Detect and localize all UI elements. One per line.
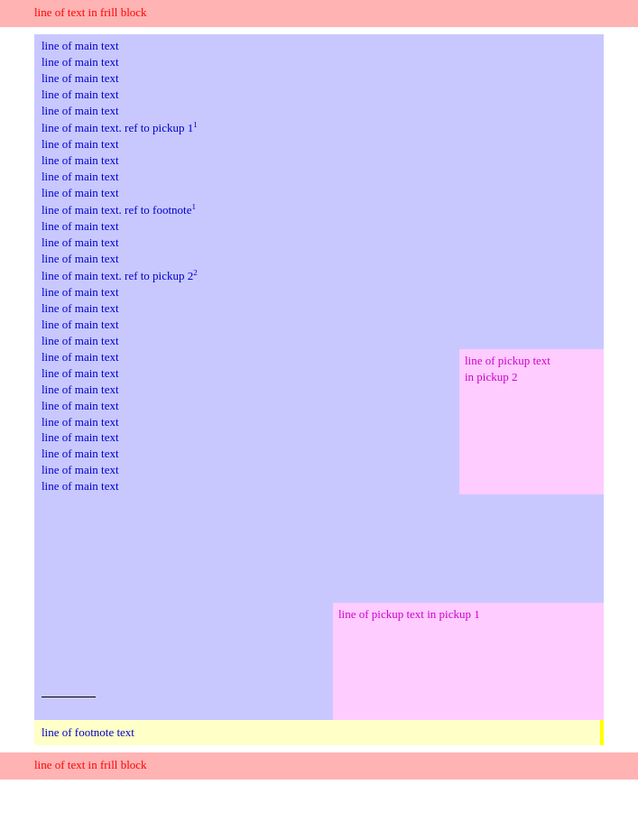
pickup2-ref-sup: 2: [193, 268, 198, 277]
footnote-separator-container: [42, 697, 326, 697]
main-line-24: line of main text: [42, 414, 452, 430]
main-text-block-lower: [34, 494, 604, 603]
main-text-bottom-left: [34, 603, 333, 720]
page: line of text in frill block line of main…: [0, 0, 638, 780]
main-line-27: line of main text: [42, 462, 452, 478]
main-text-block-upper: line of main text line of main text line…: [34, 34, 604, 349]
main-line-7: line of main text: [42, 136, 596, 152]
main-line-8: line of main text: [42, 152, 596, 169]
main-line-16: line of main text: [42, 284, 596, 300]
main-line-11: line of main text. ref to footnote1: [42, 201, 596, 218]
pickup1-block: line of pickup text in pickup 1: [333, 603, 604, 720]
main-line-19: line of main text: [42, 333, 596, 349]
main-line-4: line of main text: [42, 87, 596, 103]
main-line-26: line of main text: [42, 446, 452, 462]
main-text-mid-left: line of main text line of main text line…: [34, 349, 459, 494]
main-line-20: line of main text: [42, 349, 452, 365]
main-line-1: line of main text: [42, 38, 596, 54]
pickup2-line2: in pickup 2: [465, 369, 598, 385]
pickup2-block: line of pickup text in pickup 2: [459, 349, 604, 494]
footnote-ref-sup: 1: [191, 202, 196, 211]
main-line-2: line of main text: [42, 54, 596, 70]
main-line-13: line of main text: [42, 235, 596, 251]
main-line-23: line of main text: [42, 398, 452, 414]
frill-block-bottom: line of text in frill block: [0, 752, 638, 780]
pickup1-ref-sup: 1: [193, 120, 198, 129]
main-line-22: line of main text: [42, 382, 452, 398]
footnote-yellow-bar: [600, 720, 604, 745]
main-line-14: line of main text: [42, 251, 596, 267]
main-line-17: line of main text: [42, 300, 596, 317]
frill-bottom-text: line of text in frill block: [34, 758, 147, 771]
footnote-block: line of footnote text: [34, 720, 604, 745]
pickup2-line1: line of pickup text: [465, 353, 598, 369]
main-line-12: line of main text: [42, 218, 596, 235]
footnote-text: line of footnote text: [42, 725, 134, 739]
main-line-6: line of main text. ref to pickup 11: [42, 119, 596, 136]
footnote-separator: [42, 697, 96, 697]
main-line-25: line of main text: [42, 429, 452, 446]
pickup2-row: line of main text line of main text line…: [34, 349, 604, 494]
main-line-3: line of main text: [42, 70, 596, 87]
main-line-10: line of main text: [42, 185, 596, 201]
pickup1-row: line of pickup text in pickup 1: [34, 603, 604, 720]
main-line-28: line of main text: [42, 478, 452, 494]
frill-block-top: line of text in frill block: [0, 0, 638, 27]
main-line-5: line of main text: [42, 103, 596, 119]
frill-top-text: line of text in frill block: [34, 5, 147, 19]
main-line-15: line of main text. ref to pickup 22: [42, 267, 596, 284]
main-content-area: line of main text line of main text line…: [34, 34, 604, 745]
pickup1-text: line of pickup text in pickup 1: [338, 606, 598, 623]
main-line-9: line of main text: [42, 169, 596, 185]
main-line-21: line of main text: [42, 365, 452, 382]
main-line-18: line of main text: [42, 317, 596, 333]
